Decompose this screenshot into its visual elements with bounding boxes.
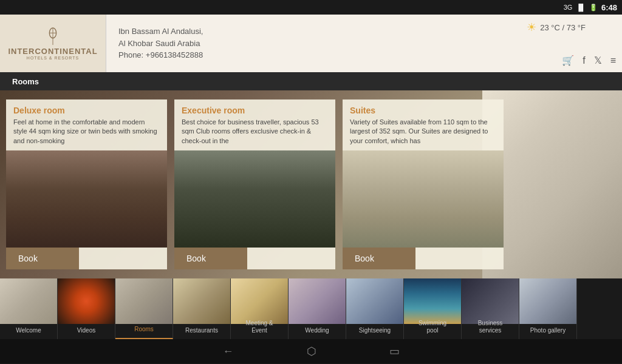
nav-item-wedding[interactable]: Wedding	[289, 278, 346, 339]
active-tab-rooms[interactable]: Rooms	[0, 72, 51, 90]
home-button[interactable]: ⬡	[307, 345, 316, 358]
nav-label-8: Businessservices	[478, 320, 503, 334]
main-content: Deluxe room Feel at home in the comforta…	[0, 90, 622, 278]
header: INTERCONTINENTAL HOTELS & RESORTS Ibn Ba…	[0, 15, 622, 72]
room-card-1: Executive room Best choice for business …	[174, 99, 335, 269]
nav-label-2: Rooms	[134, 326, 154, 333]
room-card-2: Suites Variety of Suites available from …	[343, 99, 504, 269]
nav-thumb-9	[519, 278, 576, 324]
header-nav-icons: 🛒 f 𝕏 ≡	[562, 55, 616, 66]
room-card-top-0: Deluxe room Feel at home in the comforta…	[6, 99, 167, 150]
nav-thumb-1	[58, 278, 115, 324]
weather-area: ☀ 23 °C / 73 °F	[527, 21, 586, 34]
nav-item-videos[interactable]: Videos	[58, 278, 115, 339]
nav-label-0: Welcome	[16, 327, 41, 334]
nav-label-4: Meeting &Event	[245, 320, 273, 334]
tabs-bar: Rooms	[0, 72, 622, 90]
nav-label-3: Restaurants	[185, 327, 218, 334]
facebook-icon[interactable]: f	[583, 55, 585, 66]
battery-icon: 🔋	[589, 4, 598, 12]
signal-bars-icon: ▐▌	[576, 4, 586, 11]
clock: 6:48	[601, 3, 617, 12]
nav-item-sightseeing[interactable]: Sightseeing	[346, 278, 404, 339]
hotel-phone: Phone: +966138452888	[118, 49, 610, 61]
room-card-0: Deluxe room Feel at home in the comforta…	[6, 99, 167, 269]
room-image-2	[343, 150, 504, 248]
nav-thumb-6	[346, 278, 403, 324]
intercontinental-logo-icon	[47, 27, 59, 46]
nav-thumb-3	[173, 278, 230, 324]
nav-thumb-2	[115, 278, 173, 324]
room-title-0: Deluxe room	[13, 106, 160, 115]
nav-item-photo-gallery[interactable]: Photo gallery	[519, 278, 577, 339]
nav-thumb-5	[289, 278, 346, 324]
status-bar: 3G ▐▌ 🔋 6:48	[0, 0, 622, 15]
nav-label-1: Videos	[77, 327, 95, 334]
recent-button[interactable]: ▭	[389, 345, 400, 358]
nav-label-9: Photo gallery	[530, 327, 566, 334]
room-title-1: Executive room	[182, 106, 328, 115]
rooms-container: Deluxe room Feel at home in the comforta…	[0, 90, 622, 278]
nav-thumb-0	[0, 278, 57, 324]
weather-text: 23 °C / 73 °F	[540, 23, 586, 32]
bottom-navigation: Welcome Videos Rooms Restaurants Meeting…	[0, 278, 622, 339]
room-desc-1: Best choice for business traveller, spac…	[182, 118, 328, 146]
nav-item-business-services[interactable]: Businessservices	[462, 278, 519, 339]
nav-label-5: Wedding	[305, 327, 329, 334]
hotel-city: Al Khobar Saudi Arabia	[118, 38, 610, 50]
nav-thumb-8	[462, 278, 519, 324]
nav-item-swimming-pool[interactable]: Swimmingpool	[404, 278, 462, 339]
room-book-button-1[interactable]: Book	[174, 248, 247, 269]
nav-item-restaurants[interactable]: Restaurants	[173, 278, 231, 339]
nav-item-rooms[interactable]: Rooms	[115, 278, 173, 339]
logo-main-text: INTERCONTINENTAL	[8, 47, 97, 56]
device-bar: ← ⬡ ▭	[0, 339, 622, 363]
room-card-top-1: Executive room Best choice for business …	[174, 99, 335, 150]
room-title-2: Suites	[350, 106, 496, 115]
weather-icon: ☀	[527, 21, 536, 34]
room-image-1	[174, 150, 335, 248]
twitter-icon[interactable]: 𝕏	[594, 55, 602, 66]
back-button[interactable]: ←	[223, 345, 234, 358]
room-image-0	[6, 150, 167, 248]
signal-icon: 3G	[564, 4, 573, 11]
room-desc-2: Variety of Suites available from 110 sqm…	[350, 118, 496, 146]
menu-icon[interactable]: ≡	[610, 55, 616, 66]
room-card-top-2: Suites Variety of Suites available from …	[343, 99, 504, 150]
nav-thumb-7	[404, 278, 461, 324]
nav-label-6: Sightseeing	[359, 327, 391, 334]
nav-thumb-4	[231, 278, 288, 324]
nav-item-meeting-&-event[interactable]: Meeting &Event	[231, 278, 289, 339]
nav-label-7: Swimmingpool	[419, 320, 446, 334]
nav-item-welcome[interactable]: Welcome	[0, 278, 58, 339]
logo-area: INTERCONTINENTAL HOTELS & RESORTS	[0, 15, 106, 72]
logo-sub-text: HOTELS & RESORTS	[27, 56, 79, 60]
room-book-button-2[interactable]: Book	[343, 248, 415, 269]
cart-icon[interactable]: 🛒	[562, 55, 574, 66]
room-desc-0: Feel at home in the comfortable and mode…	[13, 118, 160, 146]
room-book-button-0[interactable]: Book	[6, 248, 79, 269]
